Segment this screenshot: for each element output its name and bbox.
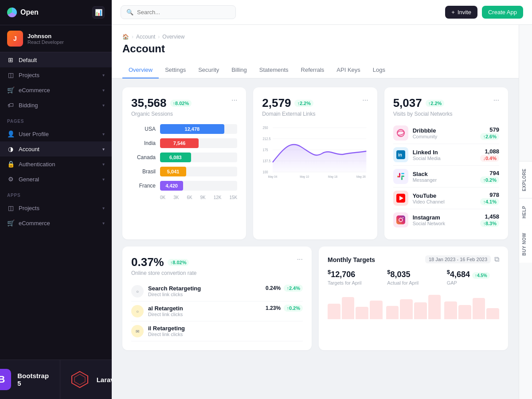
chart-icon-button[interactable]: 📊 (92, 6, 105, 19)
svg-text:May 10: May 10 (300, 174, 309, 179)
metrics-row: 35,568 ↑8.02% Organic Sessions ··· USA 1… (122, 87, 508, 239)
laravel-icon (69, 369, 90, 390)
social-list: DribbbleCommunity 579↑2.6% in Linked InS… (393, 122, 499, 231)
svg-point-16 (397, 129, 404, 137)
tab-referrals[interactable]: Referrals (295, 62, 331, 78)
organic-label: Organic Sessions (131, 111, 192, 117)
right-rail: Explore Help Buy now (519, 25, 532, 399)
card-menu-icon[interactable]: ··· (362, 96, 368, 104)
tab-logs[interactable]: Logs (367, 62, 391, 78)
sidebar-item-label: eCommerce (19, 87, 50, 94)
line-chart: 250 212.5 175 137.5 100 (262, 122, 368, 182)
social-badge: ↑2.2% (426, 100, 445, 107)
svg-rect-24 (401, 173, 404, 174)
logo-icon (7, 8, 17, 17)
explore-button[interactable]: Explore (519, 161, 532, 198)
plus-icon: + (451, 9, 455, 16)
sidebar-item-general[interactable]: ⚙ General ▾ (0, 172, 112, 187)
linkedin-logo: in (393, 147, 408, 162)
tab-settings[interactable]: Settings (159, 62, 192, 78)
tab-api-keys[interactable]: API Keys (330, 62, 366, 78)
search-box[interactable]: 🔍 (121, 5, 236, 19)
account-icon: ◑ (7, 145, 14, 153)
target-april: $12,706 Targets for April (328, 269, 380, 286)
sidebar-item-user-profile[interactable]: 👤 User Profile ▾ (0, 126, 112, 141)
bottom-row: 0.37% ↑8.02% Online store convertion rat… (122, 246, 508, 350)
sidebar-item-label: Bidding (19, 102, 38, 109)
svg-point-29 (403, 217, 403, 218)
tabs: Overview Settings Security Billing State… (112, 62, 519, 78)
chevron-down-icon: ▾ (102, 162, 105, 167)
social-item-dribbble: DribbbleCommunity 579↑2.6% (393, 122, 499, 144)
main-area: 🔍 + Invite Create App 🏠 › Account › Ove (112, 0, 532, 399)
tab-billing[interactable]: Billing (225, 62, 253, 78)
ecommerce-icon: 🛒 (7, 86, 14, 94)
domain-badge: ↑2.2% (294, 100, 313, 107)
card-menu-icon[interactable]: ··· (493, 96, 499, 104)
buy-now-button[interactable]: Buy now (519, 226, 532, 263)
create-app-button[interactable]: Create App (482, 6, 523, 19)
pages-section-label: PAGES (0, 113, 112, 126)
svg-rect-19 (399, 173, 400, 176)
sidebar-item-label: Authentication (19, 161, 55, 168)
organic-value: 35,568 ↑8.02% (131, 96, 192, 110)
search-input[interactable] (137, 9, 230, 16)
content-area: 35,568 ↑8.02% Organic Sessions ··· USA 1… (112, 78, 519, 399)
instagram-logo (393, 212, 408, 227)
breadcrumb: 🏠 › Account › Overview (122, 34, 508, 40)
ecommerce-app-icon: 🛒 (7, 219, 14, 227)
date-range: 18 Jan 2023 - 16 Feb 2023 (425, 255, 491, 263)
general-icon: ⚙ (7, 176, 14, 183)
sidebar-item-projects[interactable]: ◫ Projects ▾ (0, 67, 112, 82)
sidebar-item-account[interactable]: ◑ Account ▾ (0, 141, 112, 156)
sidebar-item-default[interactable]: ⊞ Default (0, 52, 112, 67)
card-menu-icon[interactable]: ··· (231, 96, 237, 104)
invite-button[interactable]: + Invite (445, 6, 477, 19)
circle-icon: ○ (131, 285, 144, 297)
social-item-youtube: YouTubeVideo Channel 978↑4.1% (393, 188, 499, 209)
tab-security[interactable]: Security (192, 62, 225, 78)
chevron-down-icon: ▾ (102, 221, 105, 226)
svg-text:250: 250 (263, 125, 268, 130)
youtube-logo (393, 191, 408, 206)
user-icon: 👤 (7, 130, 14, 137)
laravel-item[interactable]: Laravel (60, 360, 112, 399)
sidebar-item-label: Default (19, 57, 37, 63)
chevron-down-icon: ▾ (102, 177, 105, 182)
sidebar-header: Open 📊 (0, 0, 112, 25)
copy-icon[interactable]: ⧉ (494, 255, 499, 263)
sidebar-app-projects[interactable]: ◫ Projects ▾ (0, 200, 112, 215)
svg-text:May 18: May 18 (328, 174, 337, 179)
help-button[interactable]: Help (519, 198, 532, 226)
chevron-down-icon: ▾ (102, 147, 105, 152)
tab-overview[interactable]: Overview (122, 62, 159, 78)
bootstrap-item[interactable]: B Bootstrap 5 (0, 360, 60, 399)
sidebar-item-ecommerce[interactable]: 🛒 eCommerce ▾ (0, 82, 112, 98)
sidebar-app-ecommerce[interactable]: 🛒 eCommerce ▾ (0, 215, 112, 231)
retarget-item-il: ✉ il Retargeting Direct link clicks (131, 321, 303, 341)
svg-text:175: 175 (263, 148, 268, 152)
organic-badge: ↑8.02% (170, 100, 192, 107)
svg-text:100: 100 (263, 170, 268, 174)
user-card[interactable]: J Johnson React Developer (0, 25, 112, 52)
framework-overlay: B Bootstrap 5 Laravel (0, 360, 112, 399)
card-menu-icon[interactable]: ··· (297, 255, 303, 263)
svg-rect-23 (397, 176, 399, 177)
sidebar-item-label: Account (19, 146, 39, 153)
tab-statements[interactable]: Statements (253, 62, 295, 78)
circle-icon: ○ (131, 305, 144, 317)
sidebar: Open 📊 J Johnson React Developer ⊞ Defau… (0, 0, 112, 399)
sidebar-item-authentication[interactable]: 🔒 Authentication ▾ (0, 156, 112, 172)
page-header: 🏠 › Account › Overview Account (112, 25, 519, 62)
social-item-instagram: InstagramSocial Network 1,458↑8.3% (393, 209, 499, 231)
sidebar-item-label: eCommerce (19, 220, 50, 227)
svg-rect-27 (396, 215, 405, 224)
user-name: Johnson (27, 33, 64, 39)
app-name: Open (20, 8, 39, 16)
slack-logo (393, 169, 408, 184)
sidebar-item-bidding[interactable]: 🏷 Bidding ▾ (0, 98, 112, 113)
svg-text:137.5: 137.5 (263, 159, 271, 163)
breadcrumb-account[interactable]: Account (136, 34, 155, 40)
chevron-down-icon: ▾ (102, 132, 105, 137)
email-icon: ✉ (131, 325, 144, 337)
